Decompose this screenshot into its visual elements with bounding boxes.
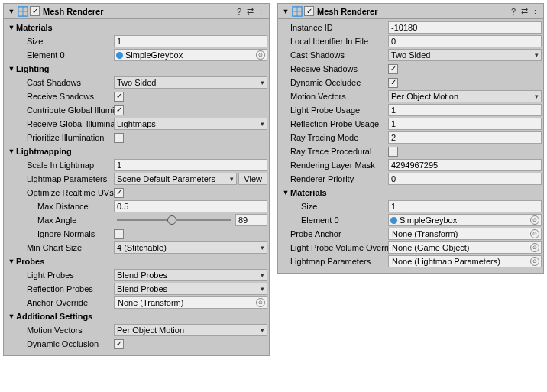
max-distance-input[interactable] [114, 200, 267, 212]
foldout-icon[interactable]: ▼ [7, 147, 16, 155]
property-row: Ray Tracing Mode [280, 131, 542, 144]
raytrace-procedural-checkbox[interactable] [388, 147, 398, 157]
reflection-probes-dropdown[interactable]: Blend Probes [114, 283, 267, 295]
property-row: Light Probe Volume OverrideNone (Game Ob… [280, 241, 542, 254]
lpvo-field[interactable]: None (Game Object)⊙ [388, 241, 542, 254]
material-object-field[interactable]: SimpleGreybox⊙ [388, 214, 542, 226]
section-additional[interactable]: ▼ Additional Settings [5, 309, 267, 323]
dynamic-occlusion-checkbox[interactable]: ✓ [114, 339, 124, 349]
min-chart-dropdown[interactable]: 4 (Stitchable) [114, 241, 267, 254]
object-picker-icon[interactable]: ⊙ [530, 257, 539, 266]
foldout-icon[interactable]: ▼ [7, 24, 16, 31]
object-picker-icon[interactable]: ⊙ [530, 215, 539, 225]
context-menu-icon[interactable]: ⋮ [255, 6, 266, 16]
section-materials[interactable]: ▼ Materials [5, 21, 267, 34]
object-picker-icon[interactable]: ⊙ [256, 298, 265, 307]
property-row: Motion Vectors Per Object Motion [5, 323, 267, 337]
material-object-field[interactable]: SimpleGreybox ⊙ [114, 49, 267, 61]
optimize-checkbox[interactable]: ✓ [114, 188, 124, 198]
property-label: Reflection Probes [27, 284, 114, 293]
property-label: Optimize Realtime UVs [27, 188, 114, 197]
help-icon[interactable]: ? [234, 7, 244, 16]
property-row: Motion VectorsPer Object Motion [280, 89, 542, 103]
component-enabled-checkbox[interactable]: ✓ [304, 6, 314, 16]
property-label: Rendering Layer Mask [290, 160, 388, 170]
component-header: ▼ ✓ Mesh Renderer ? ⇄ ⋮ [278, 4, 543, 19]
light-probe-usage-input[interactable] [388, 104, 542, 116]
lightmap-params-field[interactable]: None (Lightmap Parameters)⊙ [388, 255, 542, 267]
property-label: Max Angle [37, 215, 114, 225]
local-id-input[interactable] [388, 35, 542, 47]
slider-thumb[interactable] [167, 215, 176, 225]
property-label: Instance ID [290, 23, 388, 32]
max-angle-slider[interactable] [117, 219, 231, 221]
property-label: Receive Global Illumination [27, 119, 114, 128]
inspector-panel-left: ▼ ✓ Mesh Renderer ? ⇄ ⋮ ▼ Materials Size… [3, 3, 270, 356]
prioritize-checkbox[interactable] [114, 133, 124, 143]
property-label: Contribute Global Illumination [27, 105, 114, 115]
property-label: Reflection Probe Usage [290, 119, 388, 128]
foldout-icon[interactable]: ▼ [7, 258, 16, 265]
ignore-normals-checkbox[interactable] [114, 229, 124, 239]
property-label: Dynamic Occlusion [27, 339, 114, 348]
property-row: Element 0SimpleGreybox⊙ [280, 213, 542, 227]
property-row: Local Identfier In File [280, 34, 542, 48]
property-label: Size [27, 37, 114, 46]
property-label: Cast Shadows [27, 78, 114, 87]
property-row: Cast ShadowsTwo Sided [280, 48, 542, 62]
size-input[interactable] [388, 200, 542, 212]
reflection-usage-input[interactable] [388, 118, 542, 130]
dynamic-occludee-checkbox[interactable]: ✓ [388, 78, 398, 88]
preset-icon[interactable]: ⇄ [244, 6, 255, 16]
foldout-toggle[interactable]: ▼ [7, 8, 16, 15]
view-button[interactable]: View [238, 173, 267, 185]
motion-vectors-dropdown[interactable]: Per Object Motion [114, 324, 267, 336]
anchor-override-field[interactable]: None (Transform)⊙ [114, 296, 267, 309]
raytrace-mode-input[interactable] [388, 131, 542, 144]
probe-anchor-field[interactable]: None (Transform)⊙ [388, 228, 542, 240]
property-label: Motion Vectors [27, 326, 114, 335]
size-input[interactable] [114, 35, 267, 47]
receive-shadows-checkbox[interactable]: ✓ [114, 92, 124, 102]
property-row: Anchor Override None (Transform)⊙ [5, 296, 267, 309]
section-materials[interactable]: ▼ Materials [280, 186, 542, 199]
property-label: Receive Shadows [27, 92, 114, 101]
property-label: Size [301, 202, 388, 211]
property-row: Optimize Realtime UVs ✓ [5, 186, 267, 199]
object-picker-icon[interactable]: ⊙ [530, 243, 539, 252]
property-label: Light Probes [27, 271, 114, 280]
help-icon[interactable]: ? [508, 7, 519, 16]
property-label: Lightmap Parameters [27, 174, 114, 183]
contribute-gi-checkbox[interactable]: ✓ [114, 105, 124, 115]
context-menu-icon[interactable]: ⋮ [529, 6, 540, 16]
cast-shadows-dropdown[interactable]: Two Sided [388, 49, 542, 61]
property-row: Size [280, 199, 542, 213]
property-row: Reflection Probes Blend Probes [5, 282, 267, 296]
receive-gi-dropdown[interactable]: Lightmaps [114, 118, 267, 130]
lightmap-params-dropdown[interactable]: Scene Default Parameters [114, 173, 237, 185]
object-picker-icon[interactable]: ⊙ [256, 50, 265, 60]
render-layer-input[interactable] [388, 159, 542, 171]
max-angle-input[interactable] [235, 214, 267, 226]
section-probes[interactable]: ▼ Probes [5, 254, 267, 268]
preset-icon[interactable]: ⇄ [519, 6, 529, 16]
scale-input[interactable] [114, 159, 267, 171]
foldout-toggle[interactable]: ▼ [281, 8, 290, 15]
instance-id-input[interactable] [388, 21, 542, 34]
property-label: Renderer Priority [290, 174, 388, 183]
component-enabled-checkbox[interactable]: ✓ [30, 6, 40, 16]
object-picker-icon[interactable]: ⊙ [530, 229, 539, 238]
receive-shadows-checkbox[interactable]: ✓ [388, 64, 398, 74]
motion-vectors-dropdown[interactable]: Per Object Motion [388, 90, 542, 102]
property-row: Contribute Global Illumination ✓ [5, 103, 267, 117]
render-priority-input[interactable] [388, 173, 542, 185]
foldout-icon[interactable]: ▼ [7, 313, 16, 320]
foldout-icon[interactable]: ▼ [7, 65, 16, 73]
cast-shadows-dropdown[interactable]: Two Sided [114, 76, 267, 89]
foldout-icon[interactable]: ▼ [281, 189, 290, 196]
section-lighting[interactable]: ▼ Lighting [5, 62, 267, 76]
property-row: Rendering Layer Mask [280, 158, 542, 172]
section-lightmapping[interactable]: ▼ Lightmapping [5, 144, 267, 158]
light-probes-dropdown[interactable]: Blend Probes [114, 269, 267, 281]
property-row: Light Probes Blend Probes [5, 268, 267, 282]
